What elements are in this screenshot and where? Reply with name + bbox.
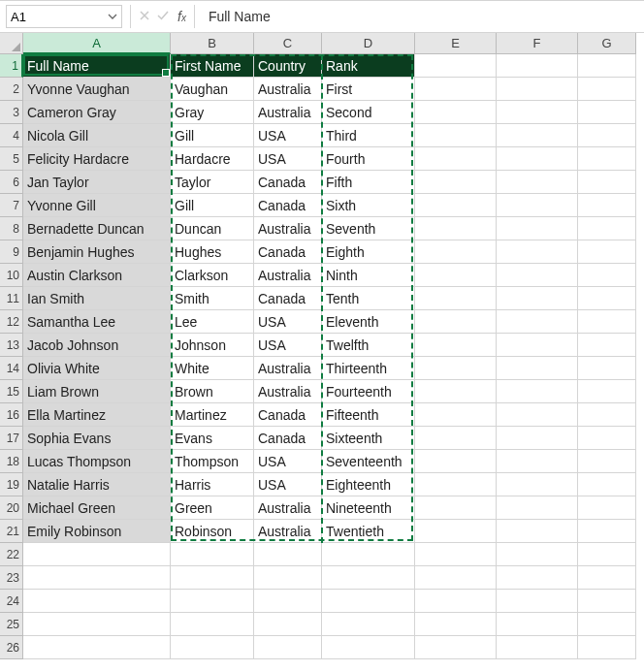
cell[interactable]: [497, 240, 578, 264]
cell[interactable]: Johnson: [171, 334, 254, 357]
row-header-12[interactable]: 12: [0, 310, 23, 334]
cell[interactable]: Eleventh: [322, 310, 415, 334]
cell[interactable]: Gill: [171, 194, 254, 217]
cell[interactable]: [415, 54, 497, 78]
row-header-8[interactable]: 8: [0, 217, 23, 240]
cell[interactable]: [171, 636, 254, 659]
cell[interactable]: [415, 520, 497, 543]
cell[interactable]: Hughes: [171, 240, 254, 264]
cell[interactable]: [578, 496, 636, 520]
cell[interactable]: Gill: [171, 124, 254, 147]
cell[interactable]: [322, 590, 415, 613]
row-header-16[interactable]: 16: [0, 403, 23, 427]
row-header-2[interactable]: 2: [0, 78, 23, 101]
cell[interactable]: Lucas Thompson: [23, 450, 171, 473]
cell[interactable]: Third: [322, 124, 415, 147]
row-header-10[interactable]: 10: [0, 264, 23, 287]
cell[interactable]: Tenth: [322, 287, 415, 310]
cell[interactable]: Canada: [254, 171, 322, 194]
cell[interactable]: [254, 543, 322, 566]
cell[interactable]: Full Name: [23, 54, 171, 78]
cell[interactable]: [415, 636, 497, 659]
cell[interactable]: [254, 566, 322, 590]
row-header-19[interactable]: 19: [0, 473, 23, 496]
cell[interactable]: [578, 543, 636, 566]
cell[interactable]: Australia: [254, 101, 322, 124]
cell[interactable]: [497, 380, 578, 403]
cell[interactable]: [415, 357, 497, 380]
cell[interactable]: Evans: [171, 427, 254, 450]
cell[interactable]: First: [322, 78, 415, 101]
cell[interactable]: [497, 450, 578, 473]
cell[interactable]: Canada: [254, 427, 322, 450]
column-header-D[interactable]: D: [322, 33, 415, 54]
cell[interactable]: Liam Brown: [23, 380, 171, 403]
cell[interactable]: [415, 101, 497, 124]
name-box-input[interactable]: [11, 10, 79, 24]
cell[interactable]: Eighth: [322, 240, 415, 264]
cell[interactable]: [497, 334, 578, 357]
cell[interactable]: Fifteenth: [322, 403, 415, 427]
cell[interactable]: Vaughan: [171, 78, 254, 101]
column-header-G[interactable]: G: [578, 33, 636, 54]
cell[interactable]: [497, 264, 578, 287]
cell[interactable]: Canada: [254, 287, 322, 310]
cell[interactable]: Seventh: [322, 217, 415, 240]
cell[interactable]: First Name: [171, 54, 254, 78]
cell[interactable]: Harris: [171, 473, 254, 496]
cell[interactable]: [578, 590, 636, 613]
cell[interactable]: [497, 171, 578, 194]
cell[interactable]: Rank: [322, 54, 415, 78]
cell[interactable]: [578, 380, 636, 403]
cell[interactable]: Nicola Gill: [23, 124, 171, 147]
select-all-corner[interactable]: [0, 33, 23, 54]
row-header-21[interactable]: 21: [0, 520, 23, 543]
row-header-3[interactable]: 3: [0, 101, 23, 124]
cell[interactable]: [415, 147, 497, 171]
cell[interactable]: Ian Smith: [23, 287, 171, 310]
cell[interactable]: [23, 613, 171, 636]
cell[interactable]: Ninth: [322, 264, 415, 287]
cell[interactable]: USA: [254, 450, 322, 473]
row-header-23[interactable]: 23: [0, 566, 23, 590]
cell[interactable]: [578, 450, 636, 473]
cell[interactable]: Fourth: [322, 147, 415, 171]
cell[interactable]: Australia: [254, 264, 322, 287]
cell[interactable]: [254, 613, 322, 636]
column-header-F[interactable]: F: [497, 33, 578, 54]
chevron-down-icon[interactable]: [108, 12, 117, 21]
cell[interactable]: [497, 194, 578, 217]
cell[interactable]: Nineteenth: [322, 496, 415, 520]
cell[interactable]: Thirteenth: [322, 357, 415, 380]
row-header-17[interactable]: 17: [0, 427, 23, 450]
cell[interactable]: [497, 496, 578, 520]
cell[interactable]: Canada: [254, 240, 322, 264]
cell[interactable]: [578, 473, 636, 496]
cell[interactable]: [415, 427, 497, 450]
cell[interactable]: [578, 147, 636, 171]
cell[interactable]: Olivia White: [23, 357, 171, 380]
cell[interactable]: [497, 124, 578, 147]
cell[interactable]: [497, 473, 578, 496]
cell[interactable]: Cameron Gray: [23, 101, 171, 124]
cell[interactable]: Australia: [254, 496, 322, 520]
cell[interactable]: Green: [171, 496, 254, 520]
cell[interactable]: [322, 543, 415, 566]
row-header-5[interactable]: 5: [0, 147, 23, 171]
formula-input[interactable]: [203, 5, 638, 28]
cell[interactable]: [415, 473, 497, 496]
row-header-24[interactable]: 24: [0, 590, 23, 613]
cell[interactable]: Michael Green: [23, 496, 171, 520]
cell[interactable]: [415, 334, 497, 357]
cell[interactable]: Second: [322, 101, 415, 124]
cell[interactable]: [415, 496, 497, 520]
cell[interactable]: [171, 543, 254, 566]
cell[interactable]: Yvonne Gill: [23, 194, 171, 217]
cell[interactable]: [497, 566, 578, 590]
cell[interactable]: [578, 334, 636, 357]
cell[interactable]: Emily Robinson: [23, 520, 171, 543]
column-header-C[interactable]: C: [254, 33, 322, 54]
cell[interactable]: [322, 613, 415, 636]
row-header-6[interactable]: 6: [0, 171, 23, 194]
cell[interactable]: Twentieth: [322, 520, 415, 543]
